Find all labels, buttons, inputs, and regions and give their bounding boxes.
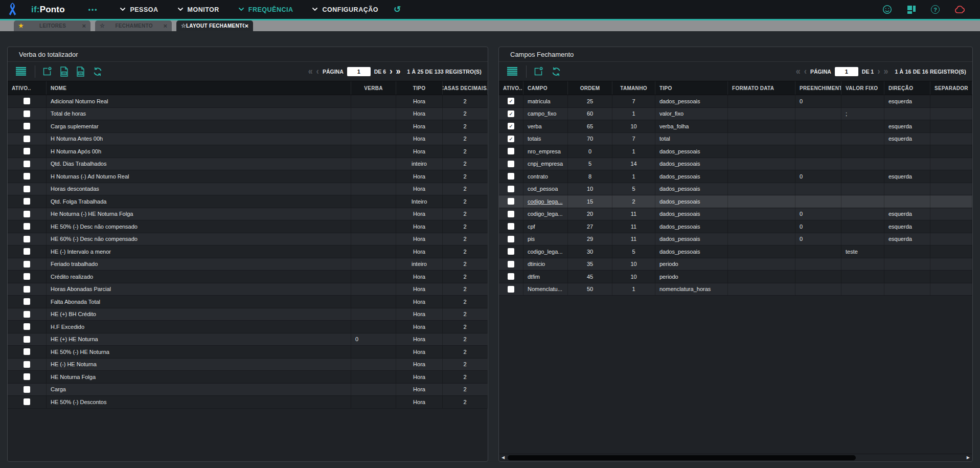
- table-row[interactable]: ✓Qtd. Folga TrabalhadaInteiro2: [8, 195, 488, 208]
- table-row[interactable]: ✓HE (+) HE Noturna0Hora2: [8, 333, 488, 346]
- column-header-7[interactable]: VALOR FIXO: [841, 81, 884, 95]
- checkbox-unchecked[interactable]: ✓: [508, 273, 514, 280]
- checkbox-unchecked[interactable]: ✓: [24, 348, 30, 355]
- table-row[interactable]: ✓verba6510verba_folhaesquerda: [499, 120, 972, 133]
- menu-item-pessoa[interactable]: PESSOA: [120, 6, 158, 13]
- tab-fechamento[interactable]: ☆FECHAMENTO×: [95, 20, 172, 31]
- table-row[interactable]: ✓nro_empresa01dados_pessoais: [499, 145, 972, 158]
- table-row[interactable]: ✓HE 50% (-) DescontosHora2: [8, 396, 488, 409]
- checkbox-unchecked[interactable]: ✓: [24, 323, 30, 330]
- checkbox-unchecked[interactable]: ✓: [508, 198, 514, 205]
- cloud-status-icon[interactable]: [954, 5, 966, 14]
- column-header-5[interactable]: FORMATO DATA: [728, 81, 795, 95]
- smiley-feedback-icon[interactable]: [882, 5, 892, 14]
- table-row[interactable]: ✓HE 50% (-) HE NoturnaHora2: [8, 346, 488, 359]
- table-row[interactable]: ✓HE 60% (-) Desc não compensadoHora2: [8, 233, 488, 246]
- star-outline-icon[interactable]: ☆: [181, 23, 186, 29]
- table-row[interactable]: ✓H Noturnas (-) Ad Noturno RealHora2: [8, 170, 488, 183]
- checkbox-unchecked[interactable]: ✓: [24, 98, 30, 104]
- txt-import-icon[interactable]: TXT: [76, 66, 85, 77]
- star-outline-icon[interactable]: ☆: [100, 23, 105, 29]
- column-header-8[interactable]: DIREÇÃO: [884, 81, 930, 95]
- checkbox-unchecked[interactable]: ✓: [24, 173, 30, 180]
- checkbox-unchecked[interactable]: ✓: [24, 311, 30, 318]
- checkbox-unchecked[interactable]: ✓: [508, 186, 514, 192]
- refresh-icon[interactable]: [93, 66, 103, 77]
- checkbox-unchecked[interactable]: ✓: [508, 148, 514, 154]
- first-page-icon[interactable]: «: [308, 67, 313, 76]
- list-menu-icon[interactable]: [507, 67, 517, 76]
- checkbox-unchecked[interactable]: ✓: [508, 286, 514, 293]
- next-page-icon[interactable]: ›: [877, 67, 880, 76]
- tab-layout-fechamento[interactable]: ☆LAYOUT FECHAMENTO×: [176, 20, 253, 31]
- star-filled-icon[interactable]: ★: [18, 23, 24, 29]
- table-row[interactable]: ✓contrato81dados_pessoais0esquerda: [499, 170, 972, 183]
- scrollbar-track[interactable]: [507, 455, 965, 460]
- new-record-icon[interactable]: [534, 66, 543, 76]
- table-row[interactable]: ✓H Noturna Após 00hHora2: [8, 145, 488, 158]
- checkbox-unchecked[interactable]: ✓: [24, 236, 30, 242]
- table-row[interactable]: ✓cpf2711dados_pessoais0esquerda: [499, 220, 972, 233]
- menu-item-monitor[interactable]: MONITOR: [178, 6, 219, 13]
- table-row[interactable]: ✓matricula257dados_pessoais0esquerda: [499, 95, 972, 108]
- last-page-icon[interactable]: »: [884, 67, 888, 76]
- column-header-9[interactable]: SEPARADOR: [930, 81, 972, 95]
- new-record-icon[interactable]: [42, 66, 52, 76]
- overflow-menu-icon[interactable]: •••: [88, 6, 98, 13]
- table-row[interactable]: ✓Adicional Noturno RealHora2: [8, 95, 488, 108]
- checkbox-unchecked[interactable]: ✓: [508, 161, 514, 167]
- table-row[interactable]: ✓codigo_lega...152dados_pessoais: [499, 195, 972, 208]
- scroll-left-icon[interactable]: ◀: [502, 456, 505, 460]
- checkbox-unchecked[interactable]: ✓: [24, 273, 30, 280]
- first-page-icon[interactable]: «: [796, 67, 801, 76]
- table-row[interactable]: ✓dtfim4510periodo: [499, 271, 972, 283]
- checkbox-unchecked[interactable]: ✓: [508, 223, 514, 230]
- table-row[interactable]: ✓Falta Abonada TotalHora2: [8, 296, 488, 308]
- page-input[interactable]: [347, 67, 371, 76]
- checkbox-unchecked[interactable]: ✓: [508, 211, 514, 217]
- column-header-4[interactable]: CASAS DECIMAIS..: [443, 81, 488, 95]
- table-row[interactable]: ✓He Noturna (-) HE Noturna FolgaHora2: [8, 208, 488, 221]
- checkbox-unchecked[interactable]: ✓: [24, 361, 30, 368]
- table-row[interactable]: ✓CargaHora2: [8, 384, 488, 396]
- table-row[interactable]: ✓HE (-) Intervalo a menorHora2: [8, 246, 488, 258]
- table-row[interactable]: ✓pis2911dados_pessoais0esquerda: [499, 233, 972, 246]
- table-row[interactable]: ✓codigo_lega...2011dados_pessoais0esquer…: [499, 208, 972, 221]
- column-header-1[interactable]: NOME: [47, 81, 351, 95]
- column-header-0[interactable]: ATIVO..: [499, 81, 523, 95]
- table-row[interactable]: ✓Horas Abonadas ParcialHora2: [8, 283, 488, 296]
- column-header-2[interactable]: VERBA: [351, 81, 396, 95]
- column-header-6[interactable]: PREENCHIMENTO: [795, 81, 841, 95]
- menu-item-frequência[interactable]: FREQUÊNCIA: [239, 6, 293, 13]
- refresh-icon[interactable]: [551, 66, 561, 77]
- list-menu-icon[interactable]: [16, 67, 26, 76]
- column-header-2[interactable]: ORDEM: [568, 81, 612, 95]
- checkbox-unchecked[interactable]: ✓: [24, 136, 30, 142]
- page-input[interactable]: [835, 67, 858, 76]
- table-row[interactable]: ✓codigo_lega...305dados_pessoaisteste: [499, 246, 972, 258]
- scrollbar-thumb[interactable]: [508, 455, 856, 460]
- table-row[interactable]: ✓HE (+) BH CréditoHora2: [8, 308, 488, 321]
- table-row[interactable]: ✓HE 50% (-) Desc não compensadoHora2: [8, 220, 488, 233]
- table-row[interactable]: ✓Crédito realizadoHora2: [8, 271, 488, 283]
- checkbox-unchecked[interactable]: ✓: [24, 398, 30, 405]
- next-page-icon[interactable]: ›: [390, 67, 392, 76]
- table-row[interactable]: ✓Feriado trabalhadointeiro2: [8, 258, 488, 271]
- table-row[interactable]: ✓Total de horasHora2: [8, 108, 488, 121]
- apps-grid-icon[interactable]: [907, 5, 916, 14]
- table-row[interactable]: ✓H.F ExcedidoHora2: [8, 321, 488, 333]
- table-row[interactable]: ✓Qtd. Dias Trabalhadosinteiro2: [8, 158, 488, 171]
- checkbox-unchecked[interactable]: ✓: [24, 198, 30, 205]
- checkbox-unchecked[interactable]: ✓: [24, 386, 30, 393]
- checkbox-unchecked[interactable]: ✓: [24, 248, 30, 255]
- checkbox-unchecked[interactable]: ✓: [24, 336, 30, 343]
- txt-export-icon[interactable]: TXT: [60, 66, 69, 77]
- checkbox-unchecked[interactable]: ✓: [24, 373, 30, 380]
- table-row[interactable]: ✓cod_pessoa105dados_pessoais: [499, 183, 972, 196]
- table-row[interactable]: ✓Carga suplementarHora2: [8, 120, 488, 133]
- checkbox-unchecked[interactable]: ✓: [24, 123, 30, 129]
- checkbox-unchecked[interactable]: ✓: [24, 286, 30, 293]
- checkbox-unchecked[interactable]: ✓: [508, 261, 514, 268]
- table-row[interactable]: ✓Horas descontadasHora2: [8, 183, 488, 196]
- column-header-3[interactable]: TIPO: [396, 81, 443, 95]
